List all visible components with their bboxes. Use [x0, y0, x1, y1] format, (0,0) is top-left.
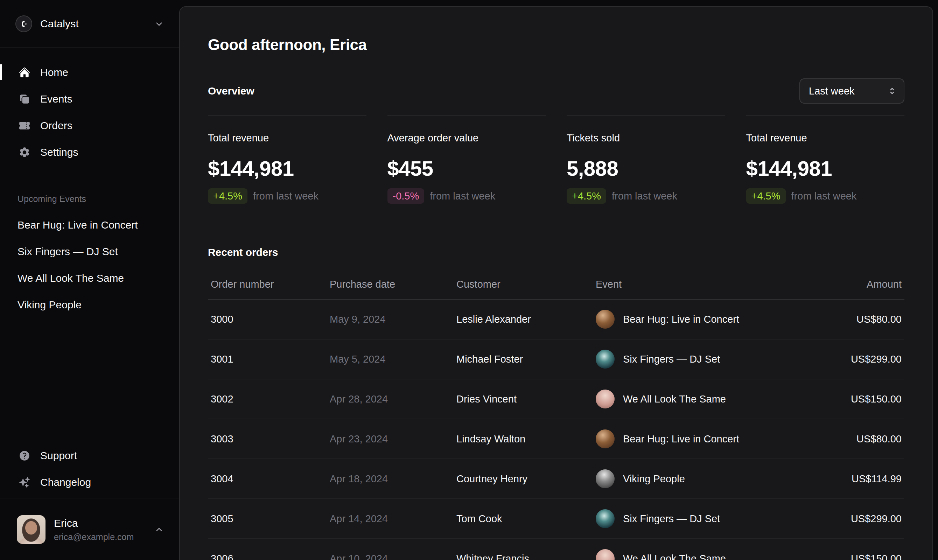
customer-name: Lindsay Walton	[457, 419, 596, 459]
event-thumbnail-six-fingers	[596, 509, 615, 528]
event-cell: Bear Hug: Live in Concert	[596, 419, 800, 459]
stats-grid: Total revenue$144,981+4.5%from last week…	[208, 115, 904, 204]
customer-name: Leslie Alexander	[457, 299, 596, 339]
stat-label: Total revenue	[746, 131, 905, 145]
stat-label: Total revenue	[208, 131, 366, 145]
event-name: Six Fingers — DJ Set	[623, 354, 720, 365]
event-cell: Viking People	[596, 459, 800, 499]
sidebar-item-orders[interactable]: Orders	[8, 114, 171, 137]
event-name: Bear Hug: Live in Concert	[623, 314, 739, 325]
stat-value: $144,981	[746, 157, 905, 180]
sidebar: Catalyst HomeEventsOrdersSettings Upcomi…	[0, 0, 179, 560]
order-number: 3005	[208, 499, 330, 538]
customer-name: Michael Foster	[457, 339, 596, 379]
stat-change-badge: +4.5%	[746, 188, 786, 204]
stat-card-total-revenue: Total revenue$144,981+4.5%from last week	[208, 115, 366, 204]
event-thumbnail-we-all-look	[596, 389, 615, 408]
event-cell: Six Fingers — DJ Set	[596, 499, 800, 538]
order-amount: US$150.00	[800, 538, 904, 560]
sidebar-spacer	[0, 320, 179, 445]
order-row-3003[interactable]: 3003Apr 23, 2024Lindsay WaltonBear Hug: …	[208, 419, 904, 459]
sidebar-event-viking-people[interactable]: Viking People	[8, 294, 171, 316]
stat-value: $455	[388, 157, 546, 180]
user-name: Erica	[54, 517, 134, 530]
team-switcher[interactable]: Catalyst	[15, 15, 164, 32]
sidebar-event-we-all-look-the-same[interactable]: We All Look The Same	[8, 267, 171, 289]
page-title: Good afternoon, Erica	[208, 34, 904, 55]
order-number: 3001	[208, 339, 330, 379]
order-number: 3002	[208, 379, 330, 419]
orders-table-header: Order numberPurchase dateCustomerEventAm…	[208, 269, 904, 299]
sidebar-item-support[interactable]: Support	[8, 445, 171, 467]
sidebar-item-events[interactable]: Events	[8, 88, 171, 110]
stat-label: Tickets sold	[567, 131, 725, 145]
order-number: 3006	[208, 538, 330, 560]
chevron-up-down-icon	[887, 86, 897, 96]
event-cell: Bear Hug: Live in Concert	[596, 299, 800, 339]
order-amount: US$299.00	[800, 499, 904, 538]
stat-meta: +4.5%from last week	[746, 188, 905, 204]
event-name: Six Fingers — DJ Set	[623, 513, 720, 525]
event-thumbnail-we-all-look	[596, 549, 615, 560]
question-circle-icon	[18, 450, 31, 462]
purchase-date: May 9, 2024	[330, 299, 457, 339]
sidebar-brand-row: Catalyst	[0, 0, 179, 47]
sidebar-item-label: Orders	[40, 120, 72, 132]
customer-name: Whitney Francis	[457, 538, 596, 560]
main-content: Good afternoon, Erica Overview Last week…	[180, 7, 932, 560]
sidebar-item-label: Settings	[40, 146, 78, 158]
order-row-3006[interactable]: 3006Apr 10, 2024Whitney FrancisWe All Lo…	[208, 538, 904, 560]
square-2-stack-icon	[18, 93, 31, 105]
catalyst-logo-icon	[15, 15, 32, 32]
sidebar-upcoming-events: Bear Hug: Live in ConcertSix Fingers — D…	[0, 214, 179, 320]
sparkles-icon	[18, 476, 31, 488]
purchase-date: Apr 10, 2024	[330, 538, 457, 560]
stat-card-average-order-value: Average order value$455-0.5%from last we…	[388, 115, 546, 204]
order-number: 3004	[208, 459, 330, 499]
upcoming-events-label: Upcoming Events	[17, 194, 179, 203]
period-select-value: Last week	[809, 85, 855, 97]
overview-header: Overview Last week	[208, 78, 904, 104]
sidebar-event-bear-hug-live-in-concert[interactable]: Bear Hug: Live in Concert	[8, 214, 171, 236]
stat-label: Average order value	[388, 131, 546, 145]
stat-change-note: from last week	[791, 191, 857, 202]
sidebar-item-settings[interactable]: Settings	[8, 141, 171, 163]
stat-card-tickets-sold: Tickets sold5,888+4.5%from last week	[567, 115, 725, 204]
user-email: erica@example.com	[54, 531, 134, 543]
column-header-order-number: Order number	[208, 269, 330, 299]
event-cell: We All Look The Same	[596, 538, 800, 560]
purchase-date: May 5, 2024	[330, 339, 457, 379]
order-amount: US$299.00	[800, 339, 904, 379]
purchase-date: Apr 18, 2024	[330, 459, 457, 499]
event-thumbnail-bear-hug	[596, 310, 615, 329]
order-row-3005[interactable]: 3005Apr 14, 2024Tom CookSix Fingers — DJ…	[208, 499, 904, 538]
order-row-3004[interactable]: 3004Apr 18, 2024Courtney HenryViking Peo…	[208, 459, 904, 499]
event-name: Viking People	[623, 473, 685, 485]
period-select[interactable]: Last week	[800, 78, 904, 104]
order-row-3001[interactable]: 3001May 5, 2024Michael FosterSix Fingers…	[208, 339, 904, 379]
sidebar-footer-nav: SupportChangelog	[0, 445, 179, 498]
column-header-purchase-date: Purchase date	[330, 269, 457, 299]
event-cell: Six Fingers — DJ Set	[596, 339, 800, 379]
event-thumbnail-viking	[596, 469, 615, 488]
purchase-date: Apr 23, 2024	[330, 419, 457, 459]
order-amount: US$114.99	[800, 459, 904, 499]
ticket-icon	[18, 120, 31, 132]
order-amount: US$80.00	[800, 299, 904, 339]
sidebar-item-home[interactable]: Home	[8, 61, 171, 84]
orders-table: Order numberPurchase dateCustomerEventAm…	[208, 269, 904, 560]
event-name: We All Look The Same	[623, 394, 726, 405]
column-header-event: Event	[596, 269, 800, 299]
order-amount: US$80.00	[800, 419, 904, 459]
account-menu[interactable]: Erica erica@example.com	[0, 498, 179, 560]
stat-meta: +4.5%from last week	[567, 188, 725, 204]
order-row-3000[interactable]: 3000May 9, 2024Leslie AlexanderBear Hug:…	[208, 299, 904, 339]
purchase-date: Apr 28, 2024	[330, 379, 457, 419]
sidebar-item-changelog[interactable]: Changelog	[8, 471, 171, 494]
order-row-3002[interactable]: 3002Apr 28, 2024Dries VincentWe All Look…	[208, 379, 904, 419]
sidebar-event-six-fingers-dj-set[interactable]: Six Fingers — DJ Set	[8, 240, 171, 263]
customer-name: Tom Cook	[457, 499, 596, 538]
order-amount: US$150.00	[800, 379, 904, 419]
main-panel: Good afternoon, Erica Overview Last week…	[179, 6, 933, 560]
event-name: Bear Hug: Live in Concert	[623, 433, 739, 445]
